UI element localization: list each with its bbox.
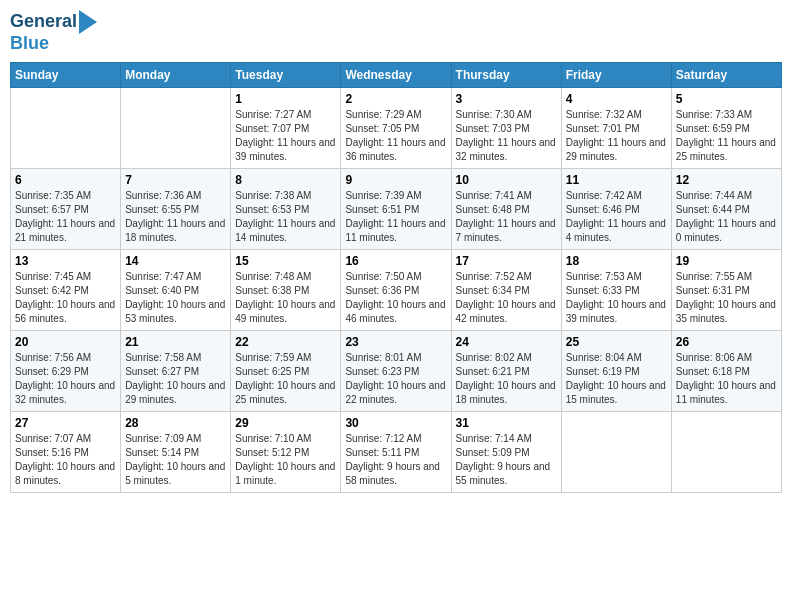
calendar-cell: 1Sunrise: 7:27 AM Sunset: 7:07 PM Daylig… [231,87,341,168]
calendar-week-2: 6Sunrise: 7:35 AM Sunset: 6:57 PM Daylig… [11,168,782,249]
day-info: Sunrise: 7:27 AM Sunset: 7:07 PM Dayligh… [235,108,336,164]
day-info: Sunrise: 7:35 AM Sunset: 6:57 PM Dayligh… [15,189,116,245]
calendar-cell: 12Sunrise: 7:44 AM Sunset: 6:44 PM Dayli… [671,168,781,249]
logo-arrow-icon [79,10,97,34]
day-number: 6 [15,173,116,187]
day-number: 31 [456,416,557,430]
calendar-cell: 6Sunrise: 7:35 AM Sunset: 6:57 PM Daylig… [11,168,121,249]
calendar-cell: 29Sunrise: 7:10 AM Sunset: 5:12 PM Dayli… [231,411,341,492]
calendar-cell: 10Sunrise: 7:41 AM Sunset: 6:48 PM Dayli… [451,168,561,249]
day-info: Sunrise: 7:56 AM Sunset: 6:29 PM Dayligh… [15,351,116,407]
day-number: 1 [235,92,336,106]
day-number: 28 [125,416,226,430]
calendar-cell: 13Sunrise: 7:45 AM Sunset: 6:42 PM Dayli… [11,249,121,330]
calendar-cell [561,411,671,492]
page-header: General Blue [10,10,782,54]
day-info: Sunrise: 7:50 AM Sunset: 6:36 PM Dayligh… [345,270,446,326]
day-number: 5 [676,92,777,106]
day-info: Sunrise: 7:59 AM Sunset: 6:25 PM Dayligh… [235,351,336,407]
weekday-header-saturday: Saturday [671,62,781,87]
day-number: 17 [456,254,557,268]
day-number: 14 [125,254,226,268]
calendar-cell: 4Sunrise: 7:32 AM Sunset: 7:01 PM Daylig… [561,87,671,168]
calendar-cell: 17Sunrise: 7:52 AM Sunset: 6:34 PM Dayli… [451,249,561,330]
day-info: Sunrise: 8:06 AM Sunset: 6:18 PM Dayligh… [676,351,777,407]
calendar-cell: 5Sunrise: 7:33 AM Sunset: 6:59 PM Daylig… [671,87,781,168]
calendar-header: SundayMondayTuesdayWednesdayThursdayFrid… [11,62,782,87]
day-number: 27 [15,416,116,430]
calendar-cell: 25Sunrise: 8:04 AM Sunset: 6:19 PM Dayli… [561,330,671,411]
logo-blue-text: Blue [10,34,49,54]
day-info: Sunrise: 8:04 AM Sunset: 6:19 PM Dayligh… [566,351,667,407]
day-info: Sunrise: 7:45 AM Sunset: 6:42 PM Dayligh… [15,270,116,326]
calendar-cell: 28Sunrise: 7:09 AM Sunset: 5:14 PM Dayli… [121,411,231,492]
logo: General Blue [10,10,97,54]
calendar-week-5: 27Sunrise: 7:07 AM Sunset: 5:16 PM Dayli… [11,411,782,492]
day-number: 12 [676,173,777,187]
day-number: 8 [235,173,336,187]
calendar-cell [11,87,121,168]
day-number: 2 [345,92,446,106]
day-info: Sunrise: 7:58 AM Sunset: 6:27 PM Dayligh… [125,351,226,407]
day-number: 25 [566,335,667,349]
calendar-cell: 2Sunrise: 7:29 AM Sunset: 7:05 PM Daylig… [341,87,451,168]
day-info: Sunrise: 7:12 AM Sunset: 5:11 PM Dayligh… [345,432,446,488]
day-info: Sunrise: 7:53 AM Sunset: 6:33 PM Dayligh… [566,270,667,326]
day-number: 20 [15,335,116,349]
calendar-table: SundayMondayTuesdayWednesdayThursdayFrid… [10,62,782,493]
calendar-week-4: 20Sunrise: 7:56 AM Sunset: 6:29 PM Dayli… [11,330,782,411]
day-info: Sunrise: 7:42 AM Sunset: 6:46 PM Dayligh… [566,189,667,245]
calendar-cell: 31Sunrise: 7:14 AM Sunset: 5:09 PM Dayli… [451,411,561,492]
calendar-cell: 11Sunrise: 7:42 AM Sunset: 6:46 PM Dayli… [561,168,671,249]
calendar-cell: 7Sunrise: 7:36 AM Sunset: 6:55 PM Daylig… [121,168,231,249]
day-number: 30 [345,416,446,430]
day-info: Sunrise: 7:39 AM Sunset: 6:51 PM Dayligh… [345,189,446,245]
weekday-header-tuesday: Tuesday [231,62,341,87]
calendar-cell: 3Sunrise: 7:30 AM Sunset: 7:03 PM Daylig… [451,87,561,168]
day-number: 15 [235,254,336,268]
day-number: 19 [676,254,777,268]
day-info: Sunrise: 7:48 AM Sunset: 6:38 PM Dayligh… [235,270,336,326]
calendar-cell: 23Sunrise: 8:01 AM Sunset: 6:23 PM Dayli… [341,330,451,411]
day-number: 26 [676,335,777,349]
calendar-cell: 15Sunrise: 7:48 AM Sunset: 6:38 PM Dayli… [231,249,341,330]
calendar-week-1: 1Sunrise: 7:27 AM Sunset: 7:07 PM Daylig… [11,87,782,168]
day-number: 4 [566,92,667,106]
day-info: Sunrise: 7:41 AM Sunset: 6:48 PM Dayligh… [456,189,557,245]
day-info: Sunrise: 8:02 AM Sunset: 6:21 PM Dayligh… [456,351,557,407]
day-number: 10 [456,173,557,187]
calendar-cell: 8Sunrise: 7:38 AM Sunset: 6:53 PM Daylig… [231,168,341,249]
weekday-header-thursday: Thursday [451,62,561,87]
day-number: 21 [125,335,226,349]
day-info: Sunrise: 7:38 AM Sunset: 6:53 PM Dayligh… [235,189,336,245]
day-info: Sunrise: 8:01 AM Sunset: 6:23 PM Dayligh… [345,351,446,407]
day-info: Sunrise: 7:10 AM Sunset: 5:12 PM Dayligh… [235,432,336,488]
calendar-cell: 27Sunrise: 7:07 AM Sunset: 5:16 PM Dayli… [11,411,121,492]
day-number: 24 [456,335,557,349]
day-number: 18 [566,254,667,268]
day-info: Sunrise: 7:44 AM Sunset: 6:44 PM Dayligh… [676,189,777,245]
weekday-header-friday: Friday [561,62,671,87]
day-info: Sunrise: 7:14 AM Sunset: 5:09 PM Dayligh… [456,432,557,488]
day-info: Sunrise: 7:36 AM Sunset: 6:55 PM Dayligh… [125,189,226,245]
calendar-cell: 9Sunrise: 7:39 AM Sunset: 6:51 PM Daylig… [341,168,451,249]
day-info: Sunrise: 7:55 AM Sunset: 6:31 PM Dayligh… [676,270,777,326]
day-number: 7 [125,173,226,187]
weekday-header-monday: Monday [121,62,231,87]
calendar-cell: 19Sunrise: 7:55 AM Sunset: 6:31 PM Dayli… [671,249,781,330]
calendar-cell [121,87,231,168]
calendar-cell: 18Sunrise: 7:53 AM Sunset: 6:33 PM Dayli… [561,249,671,330]
day-number: 9 [345,173,446,187]
day-number: 29 [235,416,336,430]
day-number: 13 [15,254,116,268]
day-info: Sunrise: 7:29 AM Sunset: 7:05 PM Dayligh… [345,108,446,164]
calendar-body: 1Sunrise: 7:27 AM Sunset: 7:07 PM Daylig… [11,87,782,492]
day-info: Sunrise: 7:30 AM Sunset: 7:03 PM Dayligh… [456,108,557,164]
calendar-cell: 21Sunrise: 7:58 AM Sunset: 6:27 PM Dayli… [121,330,231,411]
day-info: Sunrise: 7:52 AM Sunset: 6:34 PM Dayligh… [456,270,557,326]
day-info: Sunrise: 7:47 AM Sunset: 6:40 PM Dayligh… [125,270,226,326]
day-number: 23 [345,335,446,349]
day-info: Sunrise: 7:07 AM Sunset: 5:16 PM Dayligh… [15,432,116,488]
day-info: Sunrise: 7:32 AM Sunset: 7:01 PM Dayligh… [566,108,667,164]
calendar-cell: 14Sunrise: 7:47 AM Sunset: 6:40 PM Dayli… [121,249,231,330]
